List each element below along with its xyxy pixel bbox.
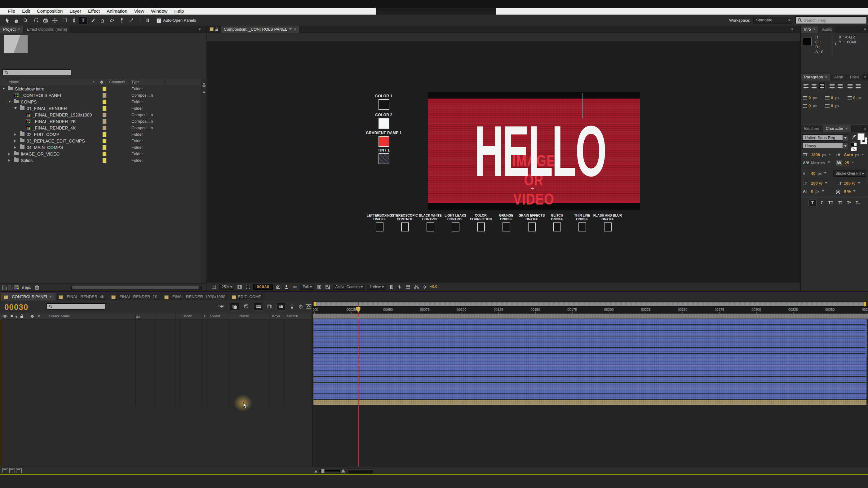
column-trkmat[interactable]: TrkMat bbox=[210, 314, 220, 318]
search-help-input[interactable] bbox=[803, 18, 865, 23]
project-tree-row[interactable]: COMPS Folder bbox=[0, 99, 201, 105]
toggle-checkbox[interactable] bbox=[452, 223, 459, 231]
indent-firstline-field[interactable]: 0px bbox=[847, 95, 862, 100]
item-name[interactable]: COMPS bbox=[21, 99, 37, 104]
brush-tool-icon[interactable] bbox=[89, 17, 97, 24]
new-folder-icon[interactable] bbox=[8, 285, 12, 290]
font-size-field[interactable]: TT1296px bbox=[803, 153, 831, 157]
tab-character[interactable]: Character× bbox=[823, 125, 851, 132]
transparency-grid-icon[interactable] bbox=[324, 284, 331, 290]
layer-duration-bar[interactable] bbox=[313, 359, 866, 365]
faux-style-button[interactable]: T bbox=[818, 199, 826, 206]
panel-menu-icon[interactable]: ≡ bbox=[864, 27, 866, 32]
fast-preview-icon[interactable] bbox=[397, 284, 403, 290]
type-tool-icon[interactable]: T bbox=[79, 17, 87, 25]
tree-expander-icon[interactable] bbox=[8, 153, 10, 155]
exposure-value[interactable]: +0,0 bbox=[430, 285, 437, 289]
selection-tool-icon[interactable] bbox=[3, 17, 11, 24]
toggle-checkbox[interactable] bbox=[553, 223, 561, 231]
timeline-minimap[interactable] bbox=[348, 468, 373, 474]
align-center-button[interactable] bbox=[811, 83, 817, 90]
timeline-tab-final-render-2k[interactable]: _FINAL_RENDER_2K bbox=[109, 293, 161, 300]
space-before-field[interactable]: 0px bbox=[803, 103, 817, 108]
motion-blur-icon[interactable] bbox=[277, 303, 286, 311]
close-icon[interactable]: × bbox=[294, 27, 296, 32]
clone-stamp-tool-icon[interactable] bbox=[99, 17, 106, 24]
menu-view[interactable]: View bbox=[131, 8, 148, 14]
grid-options-icon[interactable] bbox=[211, 284, 217, 290]
panel-menu-icon[interactable]: ≡ bbox=[198, 27, 200, 32]
label-color-chip[interactable] bbox=[102, 99, 106, 104]
close-icon[interactable]: × bbox=[49, 294, 52, 299]
comp-flowchart-icon[interactable] bbox=[413, 284, 420, 290]
toggle-checkbox[interactable] bbox=[579, 223, 586, 231]
faux-style-button[interactable]: TT bbox=[827, 199, 835, 206]
tab-audio[interactable]: Audio bbox=[819, 26, 835, 33]
project-tree-row[interactable]: _FINAL_RENDER_1920x1080 Composi...n bbox=[0, 111, 201, 118]
project-tree-row[interactable]: 02_EDIT_COMP Folder bbox=[0, 131, 201, 137]
timeline-zoom-thumb[interactable] bbox=[321, 469, 324, 473]
safe-margins-icon[interactable] bbox=[237, 284, 243, 290]
item-name[interactable]: 04_MAIN_COMPS bbox=[27, 145, 63, 150]
column-parent[interactable]: Parent bbox=[239, 314, 249, 318]
project-tree-row[interactable]: 03_REPLACE_EDIT_COMPS Folder bbox=[0, 137, 201, 144]
kerning-field[interactable]: A/VMetrics bbox=[803, 161, 830, 165]
column-type[interactable]: Type bbox=[131, 80, 140, 84]
item-name[interactable]: _FINAL_RENDER_1920x1080 bbox=[33, 112, 92, 118]
faux-style-button[interactable]: T₁ bbox=[854, 199, 862, 206]
composition-viewport[interactable]: COLOR 1 COLOR 2 GRADIENT RAMP 1 TINT 1 I… bbox=[207, 41, 800, 282]
tab-paragraph[interactable]: Paragraph× bbox=[801, 74, 831, 80]
project-tree-row[interactable]: IMAGE_OR_VIDEO Folder bbox=[0, 151, 201, 157]
horizontal-scale-field[interactable]: ↔T105 % bbox=[836, 181, 860, 186]
justify-last-left-button[interactable] bbox=[829, 83, 835, 90]
eraser-tool-icon[interactable] bbox=[108, 17, 116, 24]
snapshot-icon[interactable] bbox=[275, 284, 281, 290]
menu-help[interactable]: Help bbox=[171, 8, 187, 14]
tab-caret-icon[interactable] bbox=[289, 28, 292, 31]
project-tree-row[interactable]: _FINAL_RENDER_4K Composi...n bbox=[0, 125, 201, 131]
toggle-checkbox[interactable] bbox=[427, 223, 434, 231]
target-region-icon[interactable] bbox=[316, 284, 322, 290]
indent-left-field[interactable]: 0px bbox=[803, 95, 817, 100]
auto-keyframe-icon[interactable] bbox=[297, 303, 305, 310]
project-column-header[interactable]: Name ▲ Comment Type bbox=[0, 79, 207, 85]
timeline-navigator-bar[interactable] bbox=[314, 302, 866, 306]
project-tree-row[interactable]: Slideshow intro Folder bbox=[0, 86, 201, 92]
timeline-column-header[interactable]: # Source Name □¤/fx Mode T TrkMat Parent… bbox=[0, 314, 312, 320]
space-after-field[interactable]: 0px bbox=[825, 103, 839, 108]
eyedropper-icon[interactable] bbox=[851, 134, 856, 139]
zoom-in-mountain-icon[interactable] bbox=[341, 469, 345, 473]
layer-duration-bar[interactable] bbox=[313, 400, 866, 405]
workspace-select[interactable]: Standard bbox=[753, 17, 793, 24]
panel-menu-icon[interactable]: ≡ bbox=[791, 27, 793, 32]
faux-style-button[interactable]: T¹ bbox=[845, 199, 852, 206]
view-layout-select[interactable]: 1 View bbox=[367, 284, 386, 290]
close-icon[interactable]: × bbox=[825, 75, 827, 79]
menu-composition[interactable]: Composition bbox=[33, 8, 66, 14]
justify-last-center-button[interactable] bbox=[837, 83, 843, 90]
faux-style-button[interactable]: TT bbox=[836, 199, 843, 206]
timeline-button-icon[interactable] bbox=[405, 284, 411, 290]
item-name[interactable]: Slideshow intro bbox=[15, 87, 44, 91]
tree-expander-icon[interactable] bbox=[14, 107, 17, 109]
tree-expander-icon[interactable] bbox=[14, 146, 16, 149]
tab-brushes[interactable]: Brushes bbox=[801, 125, 822, 132]
hide-shy-layers-icon[interactable] bbox=[254, 303, 263, 311]
puppet-pin-tool-icon[interactable] bbox=[118, 17, 126, 24]
tree-expander-icon[interactable] bbox=[8, 101, 11, 103]
region-of-interest-icon[interactable] bbox=[245, 284, 251, 290]
item-name[interactable]: 02_EDIT_COMP bbox=[27, 132, 59, 137]
camera-view-select[interactable]: Active Camera bbox=[333, 284, 365, 290]
live-update-icon[interactable] bbox=[230, 303, 239, 311]
pin-tool-icon[interactable] bbox=[127, 17, 135, 24]
navigator-start-handle[interactable] bbox=[313, 302, 316, 306]
item-name[interactable]: _FINAL_RENDER_4K bbox=[33, 126, 75, 130]
trash-icon[interactable] bbox=[35, 285, 39, 290]
item-name[interactable]: 01_FINAL_RENDER bbox=[27, 106, 67, 111]
label-color-chip[interactable] bbox=[102, 112, 106, 118]
project-tree-row[interactable]: 04_MAIN_COMPS Folder bbox=[0, 144, 201, 151]
camera-tool-icon[interactable] bbox=[41, 17, 50, 24]
lock-open-icon[interactable] bbox=[215, 27, 219, 32]
layer-duration-bar[interactable] bbox=[313, 336, 866, 342]
project-tree-row[interactable]: _FINAL_RENDER_2K Composi...n bbox=[0, 118, 201, 125]
